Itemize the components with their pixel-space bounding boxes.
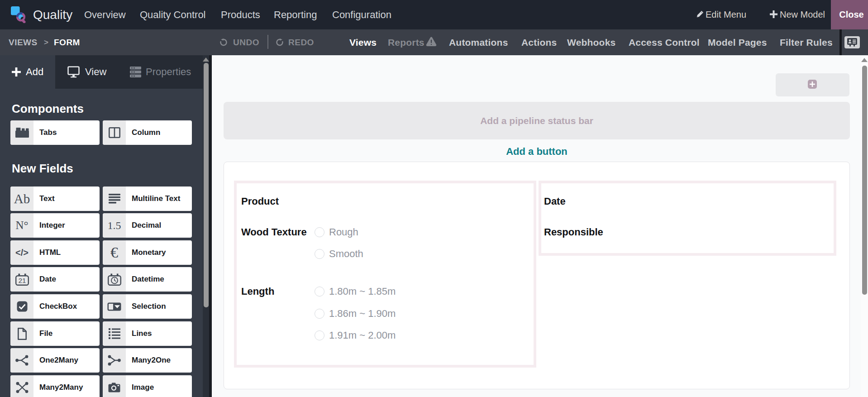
svg-text:21: 21 (18, 277, 26, 284)
